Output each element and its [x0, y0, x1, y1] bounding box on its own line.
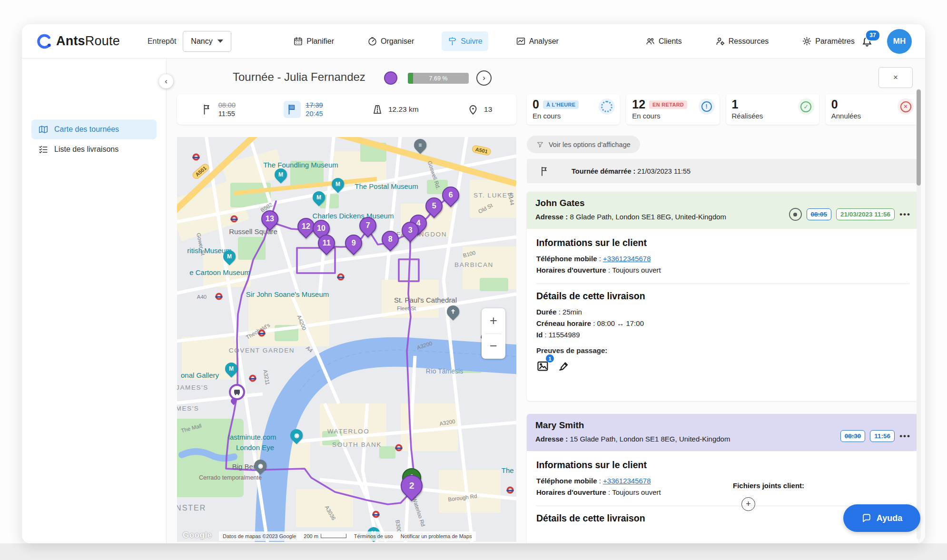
- map-icon: [38, 124, 49, 135]
- map-stop-marker-9[interactable]: 9: [342, 231, 366, 255]
- warehouse-select[interactable]: Nancy: [183, 31, 231, 52]
- display-options-button[interactable]: Voir les options d'affichage: [527, 136, 640, 153]
- antsroute-logo[interactable]: AntsRoute: [36, 33, 120, 49]
- map-label: A3200: [439, 418, 456, 427]
- gauge-icon: [367, 36, 377, 46]
- sidebar-item-label: Carte des tournées: [54, 125, 119, 134]
- end-actual: 20:45: [306, 109, 323, 118]
- map-label: Waterloo Rd: [411, 497, 426, 527]
- nav-ressources[interactable]: Ressources: [710, 31, 774, 51]
- actual-time-badge: 11:56: [870, 430, 895, 442]
- main-content: Tournée - Julia Fernandez 7.69 % › × 08:…: [166, 59, 925, 543]
- phone-link[interactable]: +33612345678: [603, 255, 651, 263]
- map-stop-marker-7[interactable]: 7: [356, 214, 380, 238]
- proof-icons: 1: [536, 359, 909, 373]
- status-badge: EN RETARD: [649, 100, 687, 109]
- status-count: 0: [831, 98, 838, 110]
- client-info-heading: Informations sur le client: [536, 237, 909, 248]
- zoom-in-button[interactable]: +: [482, 308, 505, 334]
- route-map[interactable]: The Foundling MuseumThe Postal MuseumCha…: [177, 137, 516, 542]
- map-label: The Foundling Museum: [263, 161, 338, 169]
- map-label: A3211: [262, 369, 270, 385]
- main-nav: Planifier Organiser Suivre Analyser Clie…: [287, 31, 860, 51]
- hours-line: Horaires d'ouverture : Toujours ouvert: [536, 265, 909, 276]
- pin-icon: [467, 103, 479, 116]
- client-info-heading: Informations sur le client: [536, 460, 909, 471]
- flag-icon: [201, 103, 214, 116]
- status-count: 0: [533, 98, 539, 110]
- nav-clients[interactable]: Clients: [640, 31, 688, 51]
- deliveries-panel: Voir les options d'affichage Tournée dém…: [527, 136, 918, 543]
- route-started-row: Tournée démarrée : 21/03/2023 11:55: [527, 159, 918, 183]
- proof-photo-button[interactable]: 1: [536, 359, 551, 373]
- nav-suivre[interactable]: Suivre: [442, 31, 488, 51]
- planned-time-badge: 08:30: [840, 430, 866, 442]
- delivery-card-john-gates[interactable]: John Gates Adresse : 8 Glade Path, Londo…: [527, 192, 918, 401]
- help-button-label: Ayuda: [877, 513, 902, 523]
- zoom-out-button[interactable]: −: [482, 334, 505, 359]
- map-label: A3036: [324, 505, 336, 521]
- proofs-label: Preuves de passage:: [536, 346, 909, 354]
- add-attachment-button[interactable]: +: [741, 497, 755, 511]
- map-stop-marker-8[interactable]: 8: [378, 227, 403, 252]
- nav-organiser[interactable]: Organiser: [362, 31, 420, 51]
- sidebar-item-carte-des-tournees[interactable]: Carte des tournées: [31, 119, 157, 139]
- map-stop-marker-13[interactable]: 13: [258, 207, 282, 231]
- next-route-button[interactable]: ›: [476, 70, 492, 86]
- map-label: A3200: [416, 340, 433, 351]
- camera-map-pin: ◉: [288, 427, 306, 444]
- nav-analyser[interactable]: Analyser: [510, 31, 564, 51]
- map-label: Charles Dickens Museum: [313, 212, 394, 220]
- distance-value: 12.23 km: [388, 105, 419, 114]
- hours-line: Horaires d'ouverture : Toujours ouvert: [536, 487, 909, 498]
- sidebar-item-liste-des-livraisons[interactable]: Liste des livraisons: [31, 139, 157, 159]
- route-color-dot: [384, 71, 397, 85]
- map-label: Theobald's: [245, 322, 271, 340]
- vehicle-marker[interactable]: [229, 384, 245, 404]
- user-avatar[interactable]: MH: [887, 29, 912, 54]
- map-report-link[interactable]: Notificar un problema de Maps: [397, 531, 476, 541]
- map-label: WATERLOO: [327, 428, 370, 435]
- museum-map-pin: M: [221, 248, 238, 265]
- more-options-button[interactable]: •••: [899, 432, 911, 441]
- help-button[interactable]: Ayuda: [843, 504, 920, 532]
- stops-value: 13: [484, 105, 492, 114]
- museum-map-pin: M: [329, 176, 347, 193]
- notifications-bell[interactable]: 37: [860, 34, 875, 49]
- map-terms-link[interactable]: Términos de uso: [350, 531, 397, 541]
- actual-time-badge: 21/03/2023 11:56: [836, 208, 895, 220]
- underground-station-icon: [216, 293, 223, 300]
- map-label: London Eye: [236, 443, 274, 452]
- underground-station-icon: [395, 444, 403, 452]
- customer-address: Adresse : 8 Glade Path, London SE1 8EG, …: [535, 211, 740, 222]
- start-planned: 08:00: [218, 101, 236, 109]
- map-stop-marker-2[interactable]: 2: [396, 470, 427, 501]
- map-label: BARBICAN: [454, 261, 493, 268]
- info-icon[interactable]: !: [699, 98, 715, 115]
- cross-gray-map-pin: ✝: [444, 303, 462, 321]
- locate-stop-icon[interactable]: [789, 208, 802, 221]
- sidebar-collapse-button[interactable]: ‹: [159, 74, 173, 88]
- delivery-id-line: Id : 11554989: [536, 329, 909, 341]
- attachments-label: Fichiers joints client:: [733, 481, 804, 490]
- close-panel-button[interactable]: ×: [878, 67, 913, 88]
- nav-planifier[interactable]: Planifier: [287, 31, 340, 51]
- customer-name: John Gates: [535, 198, 910, 208]
- museum-map-pin: M: [310, 189, 328, 206]
- phone-link[interactable]: +33612345678: [603, 477, 651, 485]
- more-options-button[interactable]: •••: [899, 210, 911, 219]
- nav-parametres[interactable]: Paramètres: [796, 31, 860, 51]
- flag-icon: [539, 166, 551, 177]
- panel-scrollbar-thumb[interactable]: [917, 89, 921, 186]
- map-zoom-control: + −: [482, 308, 505, 359]
- cap-gray-map-pin: ≡: [412, 137, 429, 154]
- proof-signature-button[interactable]: [557, 359, 572, 373]
- stat-distance: 12.23 km: [371, 103, 419, 116]
- users-icon: [645, 36, 655, 46]
- signature-icon: [557, 359, 571, 373]
- sidebar-item-label: Liste des livraisons: [54, 145, 118, 154]
- underground-station-icon: [373, 511, 380, 518]
- status-card-ontime: 0À L'HEURE En cours: [527, 94, 620, 125]
- warehouse-label: Entrepôt: [148, 37, 176, 46]
- map-label: The Sh: [502, 466, 516, 474]
